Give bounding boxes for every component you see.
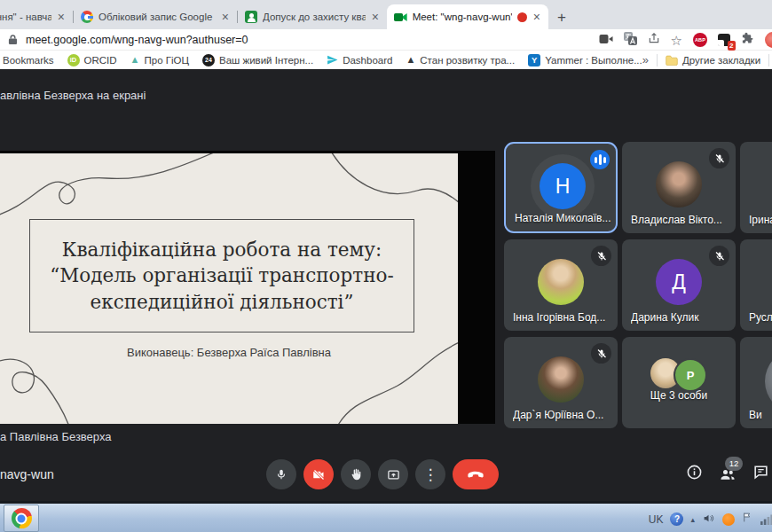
presentation-slide: Кваліфікаційна робота на тему: “Модель о… — [0, 153, 458, 424]
slide-subtitle: Виконавець: Безверха Раїса Павлівна — [0, 346, 458, 359]
participant-name: Ви — [749, 409, 762, 421]
bookmark-label: Ваш живий Інтерн... — [219, 55, 313, 66]
system-tray: UK ? ▴ — [649, 506, 772, 532]
bookmarks-bar-right: » Другие закладки — [642, 53, 772, 67]
tab-close-icon[interactable]: × — [221, 11, 230, 23]
slide-title: Кваліфікаційна робота на тему: “Модель о… — [41, 237, 403, 316]
info-icon — [686, 464, 703, 481]
divider — [768, 54, 769, 66]
participant-tile-vladyslav[interactable]: Владислав Вікто... — [622, 142, 736, 233]
bookmark-transport-state[interactable]: ▲ Стан розвитку тра... — [406, 55, 515, 66]
help-icon[interactable]: ? — [670, 512, 683, 526]
address-bar: meet.google.com/wng-navg-wun?authuser=0 … — [0, 29, 772, 51]
participants-button[interactable]: 12 — [718, 466, 737, 483]
adblock-icon[interactable]: ABP — [693, 33, 707, 47]
raise-hand-button[interactable] — [341, 459, 371, 489]
tab-2[interactable]: Обліковий запис Google × — [74, 4, 237, 29]
tab-3[interactable]: Допуск до захисту кваліф. роб × — [238, 4, 387, 29]
participant-tile-daryna[interactable]: Д Дарина Кулик — [622, 239, 736, 331]
tab-close-icon[interactable]: × — [532, 11, 541, 23]
bookmark-live-internet[interactable]: 24 Ваш живий Інтерн... — [202, 54, 313, 66]
avatar — [538, 356, 584, 403]
participant-name: Наталія Миколаїв... — [515, 212, 611, 224]
participant-tile-others[interactable]: Р Ще 3 особи — [622, 337, 736, 428]
camera-off-icon — [311, 468, 327, 481]
participant-tile-natalia[interactable]: Н Наталія Миколаїв... — [504, 142, 618, 233]
volume-icon[interactable] — [702, 512, 715, 528]
participant-tile-you[interactable]: Ви — [740, 337, 772, 428]
meet-favicon — [394, 12, 407, 23]
bookmark-bookmarks[interactable]: Bookmarks — [3, 55, 54, 66]
bookmark-label: Стан розвитку тра... — [420, 55, 515, 66]
hand-icon — [349, 467, 363, 481]
meeting-code: navg-wun — [0, 467, 54, 481]
address-bar-icons: ☆ ABP 2 — [599, 29, 772, 51]
meeting-details-button[interactable] — [686, 464, 703, 484]
end-call-icon — [466, 465, 485, 484]
live-internet-icon: 24 — [202, 54, 215, 66]
more-options-button[interactable]: ⋮ — [415, 459, 445, 489]
contacts-favicon — [245, 11, 257, 23]
url-text[interactable]: meet.google.com/wng-navg-wun?authuser=0 — [26, 34, 248, 46]
tab-1[interactable]: езення" - навча × — [0, 4, 73, 29]
tab-meet-active[interactable]: Meet: "wng-navg-wun" × — [387, 4, 548, 29]
extension-badge: 2 — [728, 41, 736, 51]
action-center-flag-icon[interactable] — [742, 511, 753, 528]
participant-tile-iryna[interactable]: Ірина — [740, 142, 772, 233]
present-icon — [386, 468, 401, 481]
taskbar-chrome-button[interactable] — [4, 505, 39, 532]
triangle-icon: ▲ — [130, 55, 140, 65]
chat-button[interactable] — [752, 464, 769, 484]
meet-controls-bar: navg-wun ⋮ — [0, 456, 772, 497]
avast-icon[interactable] — [722, 513, 735, 526]
mic-off-icon — [591, 343, 611, 364]
avatar: Д — [656, 259, 702, 305]
extension-icon[interactable]: 2 — [718, 34, 730, 46]
present-button[interactable] — [378, 459, 408, 489]
meet-right-controls: 12 — [686, 464, 769, 484]
new-tab-button[interactable]: + — [557, 10, 566, 25]
participant-name: Ірина — [749, 214, 772, 226]
presentation-stage[interactable]: Кваліфікаційна робота на тему: “Модель о… — [0, 151, 495, 424]
mic-icon — [275, 467, 288, 481]
screen: езення" - навча × Обліковий запис Google… — [0, 0, 772, 532]
other-bookmarks-button[interactable]: Другие закладки — [666, 55, 760, 66]
tab-media-camera-icon[interactable] — [599, 32, 613, 48]
speaking-indicator-icon — [590, 150, 610, 169]
bookmarks-overflow-chevron[interactable]: » — [642, 53, 649, 66]
tab-label: езення" - навча — [0, 12, 51, 22]
mic-button[interactable] — [266, 459, 296, 489]
bookmarks-bar: Bookmarks iD ORCID ▲ Про ГіОЦ 24 Ваш жив… — [0, 51, 772, 69]
folder-icon — [666, 55, 678, 66]
tab-close-icon[interactable]: × — [57, 11, 66, 23]
participant-tile-ruslan[interactable]: Русл — [740, 239, 772, 331]
avatar: Р — [674, 358, 707, 392]
profile-avatar[interactable] — [765, 32, 772, 48]
participant-tile-darya[interactable]: Дар`я Юріївна О... — [504, 337, 618, 428]
share-icon[interactable] — [648, 32, 660, 48]
participant-tile-inna[interactable]: Інна Ігорівна Бод... — [504, 239, 618, 331]
language-indicator[interactable]: UK — [649, 513, 664, 526]
participant-name: Русл — [749, 311, 772, 324]
bookmark-label: ORCID — [84, 55, 117, 66]
extensions-puzzle-icon[interactable] — [741, 32, 754, 49]
presenting-banner: авлівна Безверха на екрані — [0, 89, 146, 102]
bookmark-giots[interactable]: ▲ Про ГіОЦ — [130, 55, 189, 66]
participant-name: Інна Ігорівна Бод... — [513, 311, 605, 324]
paper-plane-icon — [327, 54, 338, 66]
bookmark-star-icon[interactable]: ☆ — [671, 34, 682, 47]
translate-icon[interactable] — [624, 32, 637, 49]
mic-off-icon — [709, 148, 729, 168]
chrome-icon — [12, 508, 32, 528]
bookmark-yammer[interactable]: Y Yammer : Выполне... — [528, 54, 642, 66]
participant-name: Ще 3 особи — [622, 389, 736, 402]
end-call-button[interactable] — [453, 459, 499, 489]
show-hidden-icons[interactable]: ▴ — [690, 515, 695, 524]
tab-close-icon[interactable]: × — [371, 11, 380, 23]
bookmark-orcid[interactable]: iD ORCID — [67, 54, 117, 66]
camera-off-button[interactable] — [303, 459, 334, 489]
network-signal-icon[interactable] — [760, 513, 772, 525]
participants-count-badge: 12 — [725, 457, 743, 471]
bookmark-dashboard[interactable]: Dashboard — [327, 54, 392, 66]
tab-label: Обліковий запис Google — [98, 12, 216, 22]
